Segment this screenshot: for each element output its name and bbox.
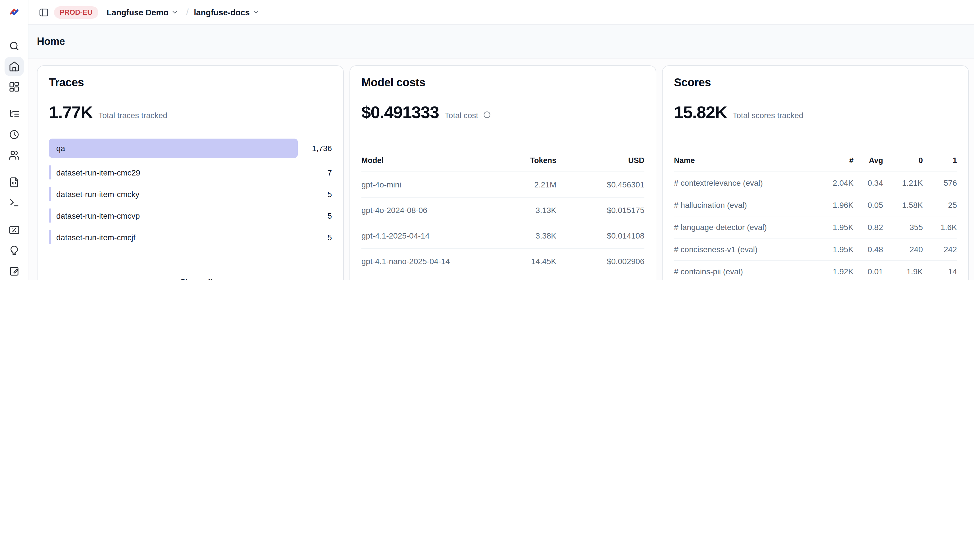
sidebar-item-home[interactable] — [4, 57, 23, 76]
page-header: Home — [28, 25, 974, 58]
sidebar-item-search[interactable] — [4, 37, 23, 56]
langfuse-home-page: FK PROD-EU Langfuse Demo / langfuse-docs… — [0, 0, 974, 280]
trace-name: dataset-run-item-cmcjf — [56, 230, 135, 244]
dashboards-icon — [8, 81, 20, 93]
traces-card-title: Traces — [49, 76, 332, 89]
sidebar-item-evals[interactable] — [4, 220, 23, 240]
langfuse-logo-icon[interactable] — [7, 5, 21, 19]
model-costs-table: ModelTokensUSDgpt-4o-mini2.21M$0.456301g… — [361, 156, 645, 280]
column-header: Model — [361, 156, 471, 172]
sidebar-item-dashboards[interactable] — [4, 77, 23, 97]
trace-bar — [49, 230, 51, 244]
scores-total-label: Total scores tracked — [732, 111, 803, 120]
column-header: # — [808, 156, 854, 172]
trace-bar-row: qa1,736 — [49, 138, 332, 158]
tracing-icon — [8, 108, 20, 120]
panel-left-toggle-icon[interactable] — [38, 7, 49, 17]
trace-bar-row: dataset-run-item-cmcvp5 — [49, 208, 332, 223]
table-row: gpt-4o-mini2.21M$0.456301 — [361, 172, 645, 197]
trace-count: 1,736 — [312, 138, 332, 158]
playground-icon — [8, 197, 20, 208]
column-header: Tokens — [471, 156, 556, 172]
column-header: USD — [556, 156, 645, 172]
table-row: # language-detector (eval)1.95K0.823551.… — [674, 216, 957, 238]
scores-card: Scores 15.82K Total scores tracked Name#… — [662, 65, 969, 280]
trace-bar — [49, 208, 51, 223]
evals-icon — [8, 224, 20, 236]
chevron-down-icon[interactable] — [252, 8, 260, 16]
sidebar: FK — [0, 0, 28, 280]
trace-count: 5 — [327, 187, 332, 201]
breadcrumb-separator: / — [186, 7, 189, 18]
trace-name: dataset-run-item-cmc29 — [56, 165, 140, 180]
sidebar-nav — [4, 36, 23, 280]
sidebar-item-insights[interactable] — [4, 241, 23, 260]
table-row: # contains-pii (eval)1.92K0.011.9K14 — [674, 260, 957, 280]
users-icon — [8, 149, 20, 161]
trace-bar-row: dataset-run-item-cmc297 — [49, 165, 332, 180]
table-row: # conciseness-v1 (eval)1.95K0.48240242 — [674, 238, 957, 260]
trace-bar — [49, 138, 298, 158]
trace-name: dataset-run-item-cmcky — [56, 187, 140, 201]
trace-bar — [49, 165, 51, 180]
sidebar-item-annotation[interactable] — [4, 261, 23, 280]
scores-title: Scores — [674, 76, 957, 89]
info-icon[interactable] — [483, 111, 491, 119]
column-header: Name — [674, 156, 808, 172]
sidebar-item-sessions[interactable] — [4, 125, 23, 144]
sessions-icon — [8, 129, 20, 140]
model-costs-title: Model costs — [361, 76, 645, 89]
trace-bar — [49, 187, 51, 201]
column-header: 0 — [883, 156, 923, 172]
trace-name: qa — [56, 138, 65, 158]
model-costs-total-label: Total cost — [444, 111, 478, 120]
trace-count: 7 — [327, 165, 332, 180]
page-title: Home — [37, 35, 65, 47]
project-switcher[interactable]: langfuse-docs — [194, 8, 250, 17]
traces-total-label: Total traces tracked — [98, 111, 167, 120]
sidebar-item-playground[interactable] — [4, 193, 23, 212]
home-icon — [8, 61, 20, 72]
traces-total: 1.77K — [49, 103, 93, 122]
model-costs-total: $0.491333 — [361, 103, 439, 122]
table-row: # contextrelevance (eval)2.04K0.341.21K5… — [674, 172, 957, 194]
trace-bar-row: dataset-run-item-cmcjf5 — [49, 230, 332, 244]
sidebar-item-users[interactable] — [4, 145, 23, 165]
table-row: text-embedding-ada-00228.43K$0.002843 — [361, 274, 645, 280]
table-row: gpt-4o-2024-08-063.13K$0.015175 — [361, 197, 645, 223]
environment-badge[interactable]: PROD-EU — [54, 6, 98, 18]
table-row: gpt-4.1-2025-04-143.38K$0.014108 — [361, 223, 645, 248]
model-costs-card: Model costs $0.491333 Total cost ModelTo… — [349, 65, 657, 280]
show-all-button[interactable]: Show all — [168, 277, 212, 280]
column-header: Avg — [854, 156, 883, 172]
topbar: PROD-EU Langfuse Demo / langfuse-docs — [28, 0, 974, 25]
search-icon — [8, 40, 20, 52]
chevron-down-icon[interactable] — [171, 8, 179, 16]
sidebar-item-prompts[interactable] — [4, 173, 23, 192]
annotation-icon — [8, 265, 20, 277]
trace-count: 5 — [327, 208, 332, 223]
trace-bar-row: dataset-run-item-cmcky5 — [49, 187, 332, 201]
insights-icon — [8, 245, 20, 256]
table-row: gpt-4.1-nano-2025-04-1414.45K$0.002906 — [361, 248, 645, 274]
scores-table: Name#Avg01# contextrelevance (eval)2.04K… — [674, 156, 957, 280]
org-switcher[interactable]: Langfuse Demo — [107, 8, 169, 17]
trace-count: 5 — [327, 230, 332, 244]
prompts-icon — [8, 177, 20, 188]
sidebar-item-tracing[interactable] — [4, 105, 23, 124]
scores-total: 15.82K — [674, 103, 727, 122]
column-header: 1 — [923, 156, 957, 172]
table-row: # hallucination (eval)1.96K0.051.58K25 — [674, 194, 957, 216]
traces-bar-list: qa1,736dataset-run-item-cmc297dataset-ru… — [49, 138, 332, 244]
trace-name: dataset-run-item-cmcvp — [56, 208, 140, 223]
traces-card: Traces 1.77K Total traces tracked qa1,73… — [37, 65, 344, 280]
